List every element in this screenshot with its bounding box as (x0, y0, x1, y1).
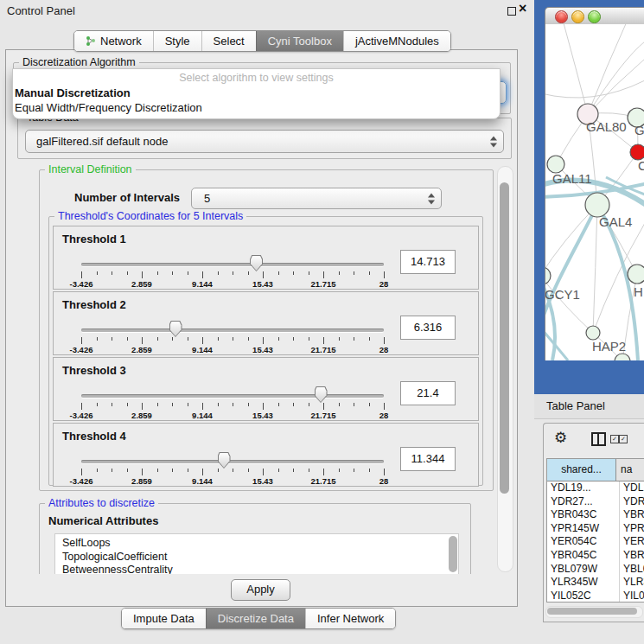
attribute-list-item[interactable]: BetweennessCentrality (55, 564, 458, 574)
table-row[interactable]: YBL079WYBL0 (547, 563, 644, 577)
list-scrollbar-thumb[interactable] (449, 536, 457, 572)
slider-thumb[interactable] (218, 452, 231, 469)
cell-name[interactable]: YPR1 (620, 522, 644, 536)
cell-name[interactable]: YBR0 (620, 549, 644, 563)
cell-shared-name[interactable]: YBL079W (547, 563, 620, 577)
cell-name[interactable]: YDR2 (620, 495, 644, 509)
tab-discretize-data[interactable]: Discretize Data (206, 609, 305, 628)
number-of-intervals-value: 5 (192, 188, 441, 208)
tab-jactivemnodules[interactable]: jActiveMNodules (343, 31, 450, 51)
threshold-value-field[interactable]: 14.713 (400, 250, 456, 274)
float-window-icon[interactable] (507, 7, 516, 16)
tab-select[interactable]: Select (201, 31, 256, 51)
table-row[interactable]: YBR045CYBR0 (547, 549, 644, 563)
network-window-titlebar[interactable] (545, 7, 644, 26)
tick-label: 9.144 (192, 279, 213, 289)
tick-label: -3.426 (70, 279, 93, 289)
tab-impute-data[interactable]: Impute Data (122, 609, 206, 628)
close-icon[interactable]: × (519, 1, 526, 16)
tick-label: 21.715 (310, 411, 335, 420)
cell-shared-name[interactable]: YIL052C (547, 590, 620, 603)
cell-name[interactable]: YBR0 (620, 508, 644, 522)
threshold-slider[interactable]: -3.4262.8599.14415.4321.71528 (81, 261, 384, 289)
apply-button[interactable]: Apply (231, 579, 290, 601)
cell-name[interactable]: YDL1 (620, 481, 644, 495)
tab-style[interactable]: Style (153, 31, 201, 51)
cell-name[interactable]: YLR3 (620, 576, 644, 590)
threshold-slider[interactable]: -3.4262.8599.14415.4321.71528 (81, 392, 384, 420)
threshold-panel: Threshold 2 -3.4262.8599.14415.4321.7152… (53, 291, 479, 355)
vertical-scrollbar[interactable] (497, 166, 513, 572)
attribute-list-item[interactable]: SelfLoops (55, 537, 458, 551)
network-graph: GAL80 GA GAL11 C GAL4 GCY1 H HAP2 (545, 24, 644, 360)
horizontal-scrollbar-thumb[interactable] (547, 608, 637, 615)
slider-thumb[interactable] (250, 255, 263, 271)
tick-label: 2.859 (131, 279, 152, 289)
cell-name[interactable]: YER0 (620, 535, 644, 549)
table-row[interactable]: YER054CYER0 (547, 535, 644, 549)
cell-shared-name[interactable]: YDL19... (547, 481, 620, 495)
node-label-right-bottom: H (634, 284, 643, 299)
vertical-scrollbar-thumb[interactable] (500, 182, 509, 494)
table-row[interactable]: YPR145WYPR1 (547, 522, 644, 536)
cell-shared-name[interactable]: YER054C (547, 535, 620, 549)
tab-discretize-data-label: Discretize Data (218, 609, 294, 628)
tab-cyni-toolbox[interactable]: Cyni Toolbox (256, 31, 343, 51)
slider-track[interactable] (81, 263, 384, 266)
table-row[interactable]: YBR043CYBR0 (547, 508, 644, 522)
cell-shared-name[interactable]: YBR043C (547, 508, 620, 522)
cell-name[interactable]: YBL0 (620, 563, 644, 577)
column-header-shared-name[interactable]: shared... (547, 459, 616, 481)
numerical-attributes-list[interactable]: SelfLoopsTopologicalCoefficientBetweenne… (54, 533, 459, 574)
threshold-slider[interactable]: -3.4262.8599.14415.4321.71528 (81, 458, 384, 486)
zoom-traffic-light-icon[interactable] (588, 10, 601, 23)
horizontal-scrollbar[interactable] (545, 606, 643, 618)
gear-icon[interactable]: ⚙ (554, 429, 567, 446)
threshold-value-field[interactable]: 21.4 (400, 381, 456, 405)
slider-thumb[interactable] (315, 386, 328, 403)
cell-name[interactable]: YIL0 (620, 590, 644, 603)
algorithm-option-equal-width[interactable]: Equal Width/Frequency Discretization (15, 101, 500, 114)
threshold-slider[interactable]: -3.4262.8599.14415.4321.71528 (81, 327, 384, 354)
table-panel-title: Table Panel (546, 399, 605, 412)
tab-network[interactable]: Network (74, 31, 153, 51)
columns-icon[interactable] (591, 432, 606, 446)
checkbox-icon[interactable]: ✓ (619, 435, 628, 443)
number-of-intervals-combobox[interactable]: 5 (191, 188, 442, 209)
slider-ticks (81, 337, 384, 345)
tab-cyni-toolbox-label: Cyni Toolbox (268, 32, 332, 51)
cell-shared-name[interactable]: YPR145W (547, 522, 620, 536)
slider-track[interactable] (81, 394, 384, 398)
cell-shared-name[interactable]: YLR345W (547, 576, 620, 590)
minimize-traffic-light-icon[interactable] (571, 10, 584, 23)
checkbox-icon[interactable]: ✓ (610, 435, 619, 443)
table-row[interactable]: YIL052CYIL0 (547, 590, 644, 603)
network-window[interactable]: GAL80 GA GAL11 C GAL4 GCY1 H HAP2 (545, 7, 644, 360)
algorithm-option-manual[interactable]: Manual Discretization (15, 86, 500, 99)
thresholds-group-title: Threshold's Coordinates for 5 Intervals (54, 210, 246, 222)
column-header-name[interactable]: na (616, 459, 644, 481)
cell-shared-name[interactable]: YBR045C (547, 549, 620, 563)
network-canvas[interactable]: GAL80 GA GAL11 C GAL4 GCY1 H HAP2 (545, 24, 644, 360)
table-body: YDL19...YDL1YDR27...YDR2YBR043CYBR0YPR14… (547, 481, 644, 603)
slider-track[interactable] (81, 460, 384, 463)
threshold-value-field[interactable]: 6.316 (400, 316, 456, 340)
attribute-list-item[interactable]: TopologicalCoefficient (55, 551, 458, 564)
table-data-combobox[interactable]: galFiltered.sif default node (25, 130, 504, 153)
node-label-right-mid: C (638, 158, 644, 173)
table-row[interactable]: YLR345WYLR3 (547, 576, 644, 590)
tab-infer-network[interactable]: Infer Network (305, 609, 395, 628)
slider-thumb[interactable] (169, 321, 182, 337)
threshold-value-field[interactable]: 11.344 (400, 447, 456, 471)
tick-label: 9.144 (192, 345, 213, 354)
tick-label: 28 (379, 476, 389, 486)
cell-shared-name[interactable]: YDR27... (547, 495, 620, 509)
node-gcy1 (545, 267, 551, 284)
close-traffic-light-icon[interactable] (555, 10, 568, 23)
tab-select-label: Select (214, 32, 245, 51)
table-panel-titlebar: Table Panel (534, 394, 644, 419)
table-row[interactable]: YDL19...YDL1 (547, 481, 644, 495)
discretization-algorithm-title: Discretization Algorithm (19, 56, 139, 68)
table-row[interactable]: YDR27...YDR2 (547, 495, 644, 509)
slider-track[interactable] (81, 328, 384, 332)
